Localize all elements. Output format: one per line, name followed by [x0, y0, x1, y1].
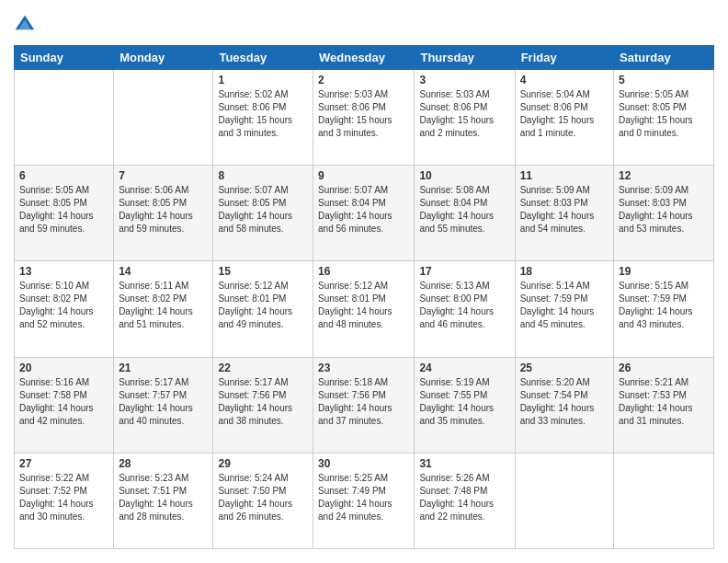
day-info: Sunrise: 5:08 AM Sunset: 8:04 PM Dayligh…	[419, 184, 509, 236]
day-info: Sunrise: 5:17 AM Sunset: 7:56 PM Dayligh…	[218, 376, 308, 428]
calendar-cell: 31Sunrise: 5:26 AM Sunset: 7:48 PM Dayli…	[415, 453, 515, 548]
day-number: 9	[318, 169, 409, 182]
day-info: Sunrise: 5:13 AM Sunset: 8:00 PM Dayligh…	[419, 280, 509, 331]
day-info: Sunrise: 5:18 AM Sunset: 7:56 PM Dayligh…	[318, 376, 409, 428]
day-number: 6	[19, 169, 108, 182]
day-info: Sunrise: 5:07 AM Sunset: 8:04 PM Dayligh…	[318, 184, 409, 236]
day-number: 15	[218, 265, 308, 278]
calendar-cell: 10Sunrise: 5:08 AM Sunset: 8:04 PM Dayli…	[415, 166, 515, 261]
calendar-cell: 28Sunrise: 5:23 AM Sunset: 7:51 PM Dayli…	[114, 453, 213, 548]
calendar-cell: 30Sunrise: 5:25 AM Sunset: 7:49 PM Dayli…	[313, 453, 415, 548]
calendar-cell	[614, 453, 714, 548]
day-info: Sunrise: 5:16 AM Sunset: 7:58 PM Dayligh…	[19, 376, 108, 428]
day-number: 16	[318, 265, 409, 278]
day-number: 2	[318, 74, 409, 86]
calendar-cell: 15Sunrise: 5:12 AM Sunset: 8:01 PM Dayli…	[213, 261, 313, 357]
weekday-header-wednesday: Wednesday	[313, 46, 415, 70]
calendar-cell: 2Sunrise: 5:03 AM Sunset: 8:06 PM Daylig…	[313, 70, 415, 166]
day-number: 3	[419, 74, 509, 86]
day-number: 31	[419, 457, 509, 470]
calendar-cell	[15, 70, 114, 166]
day-info: Sunrise: 5:05 AM Sunset: 8:05 PM Dayligh…	[619, 88, 709, 140]
day-info: Sunrise: 5:06 AM Sunset: 8:05 PM Dayligh…	[119, 184, 208, 236]
week-row-4: 20Sunrise: 5:16 AM Sunset: 7:58 PM Dayli…	[15, 357, 714, 453]
week-row-1: 1Sunrise: 5:02 AM Sunset: 8:06 PM Daylig…	[15, 70, 714, 166]
day-info: Sunrise: 5:22 AM Sunset: 7:52 PM Dayligh…	[19, 472, 108, 523]
day-number: 17	[419, 265, 509, 278]
calendar-cell	[515, 453, 613, 548]
calendar-cell: 23Sunrise: 5:18 AM Sunset: 7:56 PM Dayli…	[313, 357, 415, 453]
day-number: 27	[19, 457, 108, 470]
calendar-cell: 13Sunrise: 5:10 AM Sunset: 8:02 PM Dayli…	[15, 261, 114, 357]
logo	[14, 14, 40, 36]
calendar-cell: 27Sunrise: 5:22 AM Sunset: 7:52 PM Dayli…	[15, 453, 114, 548]
day-info: Sunrise: 5:14 AM Sunset: 7:59 PM Dayligh…	[520, 280, 609, 331]
calendar-cell: 5Sunrise: 5:05 AM Sunset: 8:05 PM Daylig…	[614, 70, 714, 166]
calendar-cell: 17Sunrise: 5:13 AM Sunset: 8:00 PM Dayli…	[415, 261, 515, 357]
weekday-header-friday: Friday	[515, 46, 613, 70]
calendar-cell: 29Sunrise: 5:24 AM Sunset: 7:50 PM Dayli…	[213, 453, 313, 548]
day-number: 28	[119, 457, 208, 470]
day-info: Sunrise: 5:26 AM Sunset: 7:48 PM Dayligh…	[419, 472, 509, 523]
day-info: Sunrise: 5:07 AM Sunset: 8:05 PM Dayligh…	[218, 184, 308, 236]
day-number: 5	[619, 74, 709, 86]
day-number: 4	[520, 74, 609, 86]
day-info: Sunrise: 5:10 AM Sunset: 8:02 PM Dayligh…	[19, 280, 108, 331]
day-number: 14	[119, 265, 208, 278]
weekday-header-sunday: Sunday	[15, 46, 114, 70]
calendar-cell: 21Sunrise: 5:17 AM Sunset: 7:57 PM Dayli…	[114, 357, 213, 453]
day-number: 21	[119, 362, 208, 374]
day-number: 19	[619, 265, 709, 278]
calendar-cell: 6Sunrise: 5:05 AM Sunset: 8:05 PM Daylig…	[15, 166, 114, 261]
day-info: Sunrise: 5:20 AM Sunset: 7:54 PM Dayligh…	[520, 376, 609, 428]
calendar-cell: 16Sunrise: 5:12 AM Sunset: 8:01 PM Dayli…	[313, 261, 415, 357]
calendar-table: SundayMondayTuesdayWednesdayThursdayFrid…	[14, 45, 714, 549]
header	[14, 14, 714, 36]
week-row-5: 27Sunrise: 5:22 AM Sunset: 7:52 PM Dayli…	[15, 453, 714, 548]
calendar-cell: 12Sunrise: 5:09 AM Sunset: 8:03 PM Dayli…	[614, 166, 714, 261]
weekday-header-thursday: Thursday	[415, 46, 515, 70]
calendar-cell: 25Sunrise: 5:20 AM Sunset: 7:54 PM Dayli…	[515, 357, 613, 453]
weekday-header-tuesday: Tuesday	[213, 46, 313, 70]
calendar-page: SundayMondayTuesdayWednesdayThursdayFrid…	[0, 0, 728, 563]
day-info: Sunrise: 5:04 AM Sunset: 8:06 PM Dayligh…	[520, 88, 609, 140]
calendar-cell: 18Sunrise: 5:14 AM Sunset: 7:59 PM Dayli…	[515, 261, 613, 357]
day-info: Sunrise: 5:12 AM Sunset: 8:01 PM Dayligh…	[218, 280, 308, 331]
weekday-header-row: SundayMondayTuesdayWednesdayThursdayFrid…	[15, 46, 714, 70]
calendar-cell: 7Sunrise: 5:06 AM Sunset: 8:05 PM Daylig…	[114, 166, 213, 261]
day-number: 10	[419, 169, 509, 182]
day-info: Sunrise: 5:23 AM Sunset: 7:51 PM Dayligh…	[119, 472, 208, 523]
day-number: 26	[619, 362, 709, 374]
calendar-cell: 19Sunrise: 5:15 AM Sunset: 7:59 PM Dayli…	[614, 261, 714, 357]
weekday-header-saturday: Saturday	[614, 46, 714, 70]
day-number: 20	[19, 362, 108, 374]
day-number: 7	[119, 169, 208, 182]
logo-icon	[14, 14, 36, 36]
day-info: Sunrise: 5:19 AM Sunset: 7:55 PM Dayligh…	[419, 376, 509, 428]
day-info: Sunrise: 5:03 AM Sunset: 8:06 PM Dayligh…	[419, 88, 509, 140]
day-number: 22	[218, 362, 308, 374]
week-row-3: 13Sunrise: 5:10 AM Sunset: 8:02 PM Dayli…	[15, 261, 714, 357]
calendar-cell: 8Sunrise: 5:07 AM Sunset: 8:05 PM Daylig…	[213, 166, 313, 261]
day-info: Sunrise: 5:03 AM Sunset: 8:06 PM Dayligh…	[318, 88, 409, 140]
day-info: Sunrise: 5:09 AM Sunset: 8:03 PM Dayligh…	[619, 184, 709, 236]
day-number: 24	[419, 362, 509, 374]
day-info: Sunrise: 5:21 AM Sunset: 7:53 PM Dayligh…	[619, 376, 709, 428]
week-row-2: 6Sunrise: 5:05 AM Sunset: 8:05 PM Daylig…	[15, 166, 714, 261]
day-info: Sunrise: 5:09 AM Sunset: 8:03 PM Dayligh…	[520, 184, 609, 236]
day-info: Sunrise: 5:25 AM Sunset: 7:49 PM Dayligh…	[318, 472, 409, 523]
day-number: 29	[218, 457, 308, 470]
day-number: 11	[520, 169, 609, 182]
day-number: 25	[520, 362, 609, 374]
day-info: Sunrise: 5:12 AM Sunset: 8:01 PM Dayligh…	[318, 280, 409, 331]
day-number: 8	[218, 169, 308, 182]
day-info: Sunrise: 5:02 AM Sunset: 8:06 PM Dayligh…	[218, 88, 308, 140]
day-number: 23	[318, 362, 409, 374]
day-info: Sunrise: 5:15 AM Sunset: 7:59 PM Dayligh…	[619, 280, 709, 331]
calendar-cell: 20Sunrise: 5:16 AM Sunset: 7:58 PM Dayli…	[15, 357, 114, 453]
day-number: 30	[318, 457, 409, 470]
day-info: Sunrise: 5:11 AM Sunset: 8:02 PM Dayligh…	[119, 280, 208, 331]
day-info: Sunrise: 5:24 AM Sunset: 7:50 PM Dayligh…	[218, 472, 308, 523]
calendar-cell: 1Sunrise: 5:02 AM Sunset: 8:06 PM Daylig…	[213, 70, 313, 166]
calendar-cell	[114, 70, 213, 166]
